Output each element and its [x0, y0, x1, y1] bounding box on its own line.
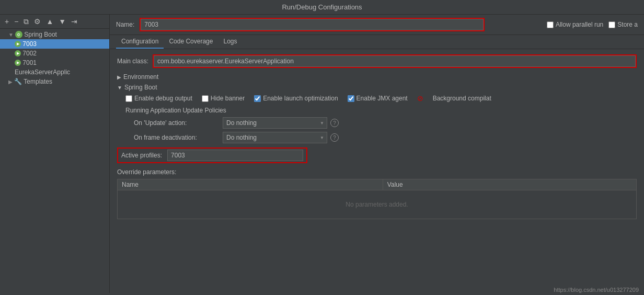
sidebar-item-templates[interactable]: ▶ 🔧 Templates — [0, 77, 109, 86]
allow-parallel-checkbox[interactable] — [547, 21, 554, 28]
add-button[interactable]: + — [3, 17, 10, 26]
templates-icon: 🔧 — [14, 78, 22, 85]
allow-parallel-label: Allow parallel run — [556, 21, 603, 28]
store-as-label: Store a — [617, 21, 638, 28]
up-button[interactable]: ▲ — [44, 17, 55, 26]
item-label-7002: 7002 — [22, 50, 37, 57]
down-button[interactable]: ▼ — [57, 17, 67, 26]
item-label-7003: 7003 — [22, 40, 37, 48]
table-header-value: Value — [383, 179, 636, 190]
active-profiles-input[interactable] — [167, 150, 303, 161]
frame-deactivation-label: On frame deactivation: — [134, 134, 217, 141]
main-class-input[interactable] — [154, 55, 636, 67]
name-row: Name: Allow parallel run Store a — [110, 15, 644, 35]
launch-opt-checkbox-label[interactable]: Enable launch optimization — [254, 95, 338, 102]
allow-parallel-checkbox-label[interactable]: Allow parallel run — [547, 21, 603, 28]
sidebar-group-spring-boot[interactable]: ▼ ⚙ Spring Boot — [0, 30, 109, 39]
bg-compile-label: Background compilat — [433, 95, 491, 102]
watermark: https://blog.csdn.net/u013277209 — [554, 287, 639, 293]
frame-deactivation-select-container: Do nothing — [223, 132, 327, 143]
override-params-section: Override parameters: Name Value No param… — [117, 168, 637, 219]
env-arrow: ▶ — [117, 74, 121, 80]
update-action-row: On 'Update' action: Do nothing ? — [125, 117, 637, 129]
copy-button[interactable]: ⧉ — [22, 17, 30, 26]
hide-banner-checkbox-label[interactable]: Hide banner — [202, 95, 245, 102]
group-arrow: ▼ — [8, 32, 14, 38]
eureka-label: EurekaServerApplic — [15, 69, 70, 76]
sidebar: + − ⧉ ⚙ ▲ ▼ ⇥ ▼ ⚙ Spring Boot ▶ 7003 — [0, 15, 110, 293]
tree-container: ▼ ⚙ Spring Boot ▶ 7003 ▶ 7002 ▶ — [0, 29, 109, 293]
templates-label: Templates — [24, 78, 52, 85]
environment-section-header[interactable]: ▶ Environment — [117, 73, 637, 81]
update-action-label: On 'Update' action: — [134, 119, 217, 127]
hide-banner-label: Hide banner — [211, 95, 245, 102]
window-title: Run/Debug Configurations — [282, 3, 362, 11]
frame-deactivation-row: On frame deactivation: Do nothing ? — [125, 132, 637, 143]
table-row-empty: No parameters added. — [118, 190, 637, 219]
tab-logs[interactable]: Logs — [218, 35, 242, 49]
bg-compile-error-icon: ⊘ — [417, 94, 423, 103]
move-button[interactable]: ⇥ — [70, 17, 79, 26]
run-icon-7003: ▶ — [15, 41, 21, 47]
sidebar-item-7002[interactable]: ▶ 7002 — [0, 49, 109, 58]
override-params-label: Override parameters: — [117, 168, 637, 176]
name-input-wrapper — [140, 18, 485, 31]
remove-button[interactable]: − — [13, 17, 20, 26]
tab-configuration[interactable]: Configuration — [116, 35, 164, 49]
debug-output-checkbox-label[interactable]: Enable debug output — [125, 95, 192, 102]
jmx-agent-checkbox-label[interactable]: Enable JMX agent — [348, 95, 408, 102]
spring-boot-label: Spring Boot — [24, 31, 57, 38]
checkboxes-row: Enable debug output Hide banner Enable l… — [125, 94, 637, 103]
name-input[interactable] — [141, 19, 484, 30]
launch-opt-label: Enable launch optimization — [263, 95, 338, 102]
sidebar-item-7003[interactable]: ▶ 7003 — [0, 39, 109, 49]
sidebar-item-eureka[interactable]: EurekaServerApplic — [0, 67, 109, 77]
spring-boot-section-header[interactable]: ▼ Spring Boot — [117, 84, 637, 91]
update-action-select[interactable]: Do nothing — [223, 117, 327, 129]
templates-arrow: ▶ — [8, 79, 13, 85]
sb-label: Spring Boot — [124, 84, 157, 91]
store-as-checkbox-label[interactable]: Store a — [608, 21, 638, 28]
override-params-table: Name Value No parameters added. — [117, 179, 637, 219]
active-profiles-label: Active profiles: — [121, 152, 162, 159]
table-header-name: Name — [118, 179, 383, 190]
env-label: Environment — [123, 73, 158, 81]
sidebar-item-7001[interactable]: ▶ 7001 — [0, 58, 109, 67]
run-icon-7002: ▶ — [15, 50, 21, 56]
no-params-text: No parameters added. — [118, 190, 637, 219]
config-panel: Main class: ▶ Environment ▼ Spring Boot — [110, 49, 644, 293]
main-container: + − ⧉ ⚙ ▲ ▼ ⇥ ▼ ⚙ Spring Boot ▶ 7003 — [0, 15, 644, 293]
name-label: Name: — [116, 21, 134, 28]
frame-deactivation-select[interactable]: Do nothing — [223, 132, 327, 143]
top-right-options: Allow parallel run Store a — [547, 21, 638, 28]
item-label-7001: 7001 — [22, 59, 37, 66]
spring-boot-icon: ⚙ — [15, 31, 22, 38]
frame-deactivation-select-wrapper: Do nothing ? — [223, 132, 339, 143]
main-class-input-wrapper — [153, 54, 637, 68]
active-profiles-row: Active profiles: — [117, 148, 637, 163]
title-bar: Run/Debug Configurations — [0, 0, 644, 15]
launch-opt-checkbox[interactable] — [254, 95, 261, 102]
jmx-agent-label: Enable JMX agent — [356, 95, 408, 102]
update-action-select-wrapper: Do nothing ? — [223, 117, 339, 129]
sb-arrow: ▼ — [117, 85, 122, 90]
hide-banner-checkbox[interactable] — [202, 95, 209, 102]
run-icon-7001: ▶ — [15, 60, 21, 66]
tabs-row: Configuration Code Coverage Logs — [110, 35, 644, 49]
running-policies-title: Running Application Update Policies — [125, 107, 637, 114]
update-action-help-icon[interactable]: ? — [330, 119, 339, 127]
settings-button[interactable]: ⚙ — [32, 17, 42, 26]
main-class-row: Main class: — [117, 54, 637, 68]
right-panel: Name: Allow parallel run Store a Configu… — [110, 15, 644, 293]
spring-boot-section-content: Enable debug output Hide banner Enable l… — [117, 94, 637, 143]
jmx-agent-checkbox[interactable] — [348, 95, 354, 102]
sidebar-toolbar: + − ⧉ ⚙ ▲ ▼ ⇥ — [0, 15, 109, 29]
active-profiles-wrapper: Active profiles: — [117, 148, 307, 163]
tab-code-coverage[interactable]: Code Coverage — [164, 35, 218, 49]
frame-deactivation-help-icon[interactable]: ? — [330, 133, 339, 142]
main-class-label: Main class: — [117, 58, 148, 65]
debug-output-label: Enable debug output — [134, 95, 192, 102]
store-as-checkbox[interactable] — [608, 21, 615, 28]
debug-output-checkbox[interactable] — [125, 95, 132, 102]
update-action-select-container: Do nothing — [223, 117, 327, 129]
